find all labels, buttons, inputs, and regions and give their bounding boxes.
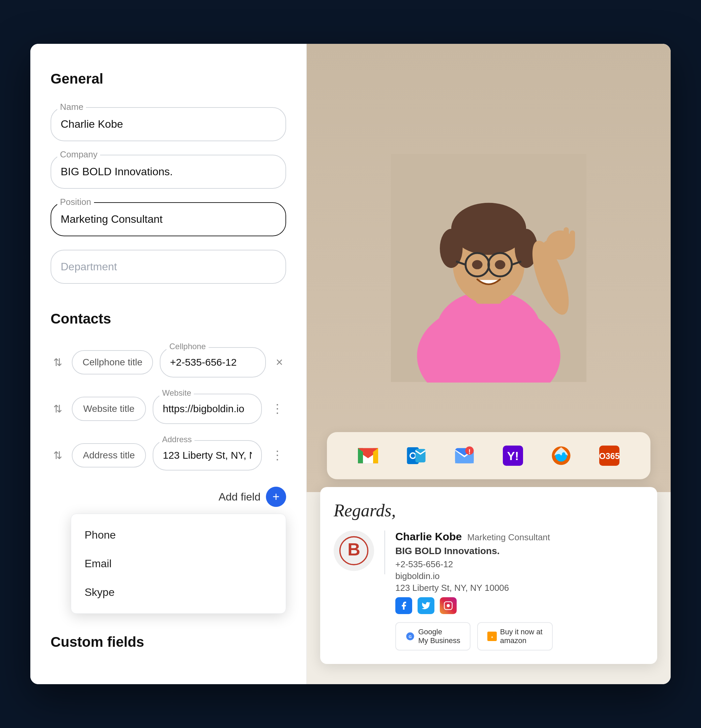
cellphone-field-wrapper: Cellphone [160,347,266,377]
contact-row-cellphone: ⇅ Cellphone title Cellphone × [51,347,286,377]
add-field-button[interactable]: Add field + [218,487,286,507]
name-input[interactable] [51,107,286,141]
sig-badges: G GoogleMy Business a Buy it now atamazo… [395,622,644,650]
svg-point-14 [495,260,505,269]
cellphone-type-badge[interactable]: Cellphone title [72,350,153,374]
svg-rect-19 [570,231,575,247]
custom-fields-section: Custom fields [51,634,286,650]
position-label: Position [57,197,94,207]
sig-name-line: Charlie Kobe Marketing Consultant [395,530,644,543]
address-label: Address [159,435,194,444]
svg-text:Y!: Y! [507,449,519,462]
company-input[interactable] [51,155,286,189]
google-my-business-badge[interactable]: G GoogleMy Business [395,622,470,650]
position-input[interactable] [51,202,286,236]
sig-company: BIG BOLD Innovations. [395,546,644,556]
company-logo: B [339,536,369,566]
sig-avatar: B [334,530,374,571]
website-input[interactable] [153,394,262,424]
sort-icon-cellphone: ⇅ [53,357,62,368]
thunderbird-icon-wrapper[interactable] [548,442,575,469]
contacts-section-title: Contacts [51,311,286,327]
gmail-icon-wrapper[interactable] [354,442,382,469]
right-panel: ! Y! [307,44,671,684]
gmail-icon [358,446,378,466]
svg-text:a: a [491,635,493,639]
dropdown-item-phone[interactable]: Phone [71,521,286,549]
add-field-icon: + [266,487,286,507]
add-field-label: Add field [218,491,260,503]
cellphone-input[interactable] [160,347,266,377]
dropdown-item-skype[interactable]: Skype [71,578,286,607]
website-label: Website [159,388,194,398]
sig-website: bigboldin.io [395,571,644,581]
signature-card: Regards, B Charlie Kobe Marketing Consul… [320,487,657,664]
website-field-wrapper: Website [153,394,262,424]
custom-fields-title: Custom fields [51,634,286,650]
instagram-social-icon[interactable] [440,597,457,614]
svg-point-35 [562,452,565,456]
sig-address: 123 Liberty St, NY, NY 10006 [395,583,644,593]
person-svg [391,153,587,383]
person-photo [307,44,671,492]
regards-text: Regards, [334,501,644,520]
svg-text:O365: O365 [599,451,619,461]
position-field-group: Position [51,202,286,236]
sort-handle-website[interactable]: ⇅ [51,401,65,417]
left-panel: General Name Company Position Contacts [30,44,307,684]
sig-info: Charlie Kobe Marketing Consultant BIG BO… [395,530,644,650]
apple-mail-icon: ! [454,446,474,466]
name-field-group: Name [51,107,286,141]
contacts-section: Contacts ⇅ Cellphone title Cellphone × ⇅ [51,311,286,614]
svg-point-26 [411,454,415,458]
outlook-icon [406,446,426,466]
sig-social [395,597,644,614]
address-field-wrapper: Address [153,440,262,471]
svg-text:G: G [409,634,412,639]
address-more-button[interactable]: ⋮ [269,446,286,465]
add-field-row: Add field + [51,487,286,507]
cellphone-remove-button[interactable]: × [273,352,286,372]
name-label: Name [57,102,86,112]
company-field-group: Company [51,155,286,189]
amazon-icon: a [487,631,497,641]
email-clients-bar: ! Y! [327,432,650,479]
google-badge-text: GoogleMy Business [418,628,460,645]
amazon-badge-text: Buy it now atamazon [500,628,543,645]
dropdown-item-email[interactable]: Email [71,549,286,578]
sig-name: Charlie Kobe [395,530,462,543]
website-more-button[interactable]: ⋮ [269,399,286,419]
svg-text:B: B [347,540,360,559]
yahoo-icon: Y! [503,446,523,466]
cellphone-label: Cellphone [166,342,208,351]
outlook-icon-wrapper[interactable] [403,442,430,469]
svg-text:!: ! [468,448,471,455]
sig-phone: +2-535-656-12 [395,559,644,570]
twitter-social-icon[interactable] [418,597,434,614]
facebook-social-icon[interactable] [395,597,412,614]
sort-icon-website: ⇅ [53,403,62,414]
svg-rect-18 [564,227,568,245]
contact-row-website: ⇅ Website title Website ⋮ [51,394,286,424]
svg-point-13 [472,260,483,269]
amazon-badge[interactable]: a Buy it now atamazon [477,622,553,650]
department-input[interactable] [51,250,286,284]
main-container: General Name Company Position Contacts [30,44,671,684]
sort-icon-address: ⇅ [53,450,62,461]
sort-handle-address[interactable]: ⇅ [51,447,65,464]
add-field-dropdown: Phone Email Skype [71,514,286,614]
sig-role: Marketing Consultant [467,532,550,543]
address-type-badge[interactable]: Address title [72,443,146,468]
yahoo-icon-wrapper[interactable]: Y! [499,442,526,469]
apple-mail-icon-wrapper[interactable]: ! [451,442,478,469]
contact-row-address: ⇅ Address title Address ⋮ [51,440,286,471]
office365-icon: O365 [599,446,619,466]
google-icon: G [405,631,415,641]
website-type-badge[interactable]: Website title [72,397,146,421]
address-input[interactable] [153,440,262,471]
sig-divider [384,530,385,574]
sort-handle-cellphone[interactable]: ⇅ [51,354,65,370]
signature-content: B Charlie Kobe Marketing Consultant BIG … [334,530,644,650]
office365-icon-wrapper[interactable]: O365 [596,442,623,469]
thunderbird-icon [551,446,571,466]
